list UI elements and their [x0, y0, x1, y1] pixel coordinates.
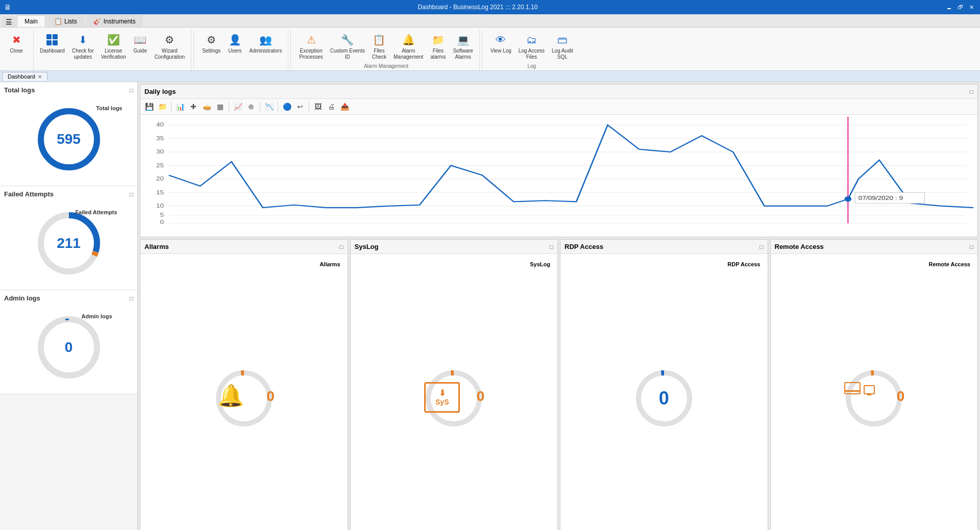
window-close-btn[interactable]: ✕: [967, 3, 976, 12]
chart-folder-btn[interactable]: 📁: [156, 100, 168, 113]
svg-text:40: 40: [156, 122, 164, 128]
close-button[interactable]: ✖ Close: [6, 31, 27, 56]
ribbon-tab-hamburger[interactable]: ☰: [2, 16, 16, 27]
software-alarms-button[interactable]: 💻 SoftwareAlarms: [450, 31, 476, 62]
wizard-icon: ⚙: [162, 33, 177, 47]
chart-circle-btn[interactable]: ⊕: [245, 100, 257, 113]
log-audit-icon: 🗃: [555, 33, 570, 47]
total-logs-minimize[interactable]: □: [130, 87, 133, 94]
dashboard-tab[interactable]: Dashboard ✕: [2, 72, 47, 81]
ribbon-group-log: 👁 View Log 🗂 Log AccessFiles 🗃 Log Audit…: [484, 30, 579, 70]
admin-logs-card: Admin logs □ 0 Admin logs: [0, 290, 137, 394]
failed-attempts-value: 211: [57, 235, 81, 251]
log-group-label: Log: [487, 62, 576, 70]
users-button[interactable]: 👤 Users: [225, 31, 245, 56]
alarms-label: Allarms: [320, 261, 340, 267]
chart-save-btn[interactable]: 💾: [143, 100, 155, 113]
syslog-body: SysLog ⬇ SyS 0: [351, 254, 558, 530]
syslog-header: SysLog □: [351, 240, 558, 254]
custom-events-button[interactable]: 🔧 Custom EventsID: [327, 31, 368, 62]
ribbon-tab-instruments[interactable]: 🎸 Instruments: [86, 15, 143, 27]
title-bar: 🖥 Dashboard - BusinessLog 2021 ::: 2.20.…: [0, 0, 980, 14]
rdp-value: 0: [659, 388, 669, 409]
maximize-btn[interactable]: 🗗: [955, 3, 965, 12]
chart-combo-btn[interactable]: 📉: [263, 100, 275, 113]
remote-minimize-btn[interactable]: □: [970, 243, 973, 250]
chart-cross-btn[interactable]: ✚: [187, 100, 200, 113]
rdp-access-card: RDP Access □ RDP Access 0: [560, 239, 768, 530]
chart-bar2-btn[interactable]: ▦: [214, 100, 226, 113]
rdp-label: RDP Access: [727, 261, 760, 267]
alarms-value: 0: [266, 388, 275, 405]
syslog-title: SysLog: [355, 243, 379, 250]
guide-icon: 📖: [133, 33, 148, 47]
chart-compass-btn[interactable]: 🔵: [281, 100, 293, 113]
wizard-configuration-button[interactable]: ⚙ WizardConfiguration: [152, 31, 188, 62]
license-verification-button[interactable]: ✅ LicenseVerification: [98, 31, 129, 62]
dashboard-icon: [45, 33, 59, 47]
chart-pie-btn[interactable]: 🥧: [201, 100, 213, 113]
chart-image-btn[interactable]: 🖼: [312, 100, 324, 113]
failed-attempts-title: Failed Attempts: [4, 190, 54, 198]
minimize-btn[interactable]: 🗕: [944, 3, 953, 12]
total-logs-title: Total logs: [4, 86, 35, 94]
svg-text:5: 5: [160, 212, 164, 218]
ribbon-tab-main[interactable]: Main: [17, 15, 45, 27]
ribbon-group-settings: ⚙ Settings 👤 Users 👥 Administrators: [196, 30, 288, 70]
chart-bar-btn[interactable]: 📊: [174, 100, 186, 113]
rdp-minimize-btn[interactable]: □: [760, 243, 763, 250]
remote-title: Remote Access: [775, 243, 824, 250]
total-logs-label: Total logs: [96, 105, 122, 111]
svg-rect-0: [46, 34, 52, 39]
files-alarms-icon: 📁: [431, 33, 445, 47]
total-logs-card: Total logs □ 595 Total logs: [0, 82, 137, 186]
check-updates-button[interactable]: ⬇ Check forupdates: [69, 31, 97, 62]
exception-processes-button[interactable]: ⚠ ExceptionProcesses: [296, 31, 326, 62]
alarms-minimize-btn[interactable]: □: [339, 243, 343, 250]
admin-logs-value: 0: [65, 339, 73, 356]
syslog-minimize-btn[interactable]: □: [550, 243, 553, 250]
alarm-management-button[interactable]: 🔔 AlarmManagement: [390, 31, 426, 62]
log-audit-sql-button[interactable]: 🗃 Log AuditSQL: [549, 31, 576, 62]
files-check-button[interactable]: 📋 FilesCheck: [369, 31, 389, 62]
svg-text:20: 20: [156, 176, 164, 182]
tab-bar: Dashboard ✕: [0, 71, 980, 82]
admin-logs-minimize[interactable]: □: [130, 295, 133, 302]
chart-rotate-btn[interactable]: ↩: [294, 100, 306, 113]
alarms-title: Allarms: [144, 243, 169, 250]
daily-logs-section: Daily logs □ 💾 📁 📊 ✚ 🥧 ▦ 📈 ⊕ 📉 🔵 ↩: [140, 84, 978, 237]
view-log-button[interactable]: 👁 View Log: [487, 31, 514, 56]
administrators-icon: 👥: [258, 33, 273, 47]
total-logs-value: 595: [57, 131, 81, 147]
check-updates-icon: ⬇: [76, 33, 90, 47]
files-alarms-button[interactable]: 📁 Filesalarms: [427, 31, 449, 62]
admin-logs-title: Admin logs: [4, 294, 40, 302]
syslog-value: 0: [477, 388, 485, 405]
chart-toolbar: 💾 📁 📊 ✚ 🥧 ▦ 📈 ⊕ 📉 🔵 ↩ 🖼 🖨 📤: [140, 99, 977, 115]
chart-line-btn[interactable]: 📈: [232, 100, 244, 113]
chart-print-btn[interactable]: 🖨: [325, 100, 337, 113]
syslog-icon: ⬇ SyS: [424, 382, 460, 413]
alarms-header: Allarms □: [140, 240, 348, 254]
dashboard-button[interactable]: Dashboard: [37, 31, 68, 56]
main-layout: Total logs □ 595 Total logs: [0, 82, 980, 530]
rdp-header: RDP Access □: [560, 240, 768, 254]
ribbon-tab-lists[interactable]: 📋 Lists: [46, 15, 85, 27]
guide-button[interactable]: 📖 Guide: [130, 31, 151, 56]
ribbon-group-nav: Dashboard ⬇ Check forupdates ✅ LicenseVe…: [34, 30, 191, 70]
chart-export-btn[interactable]: 📤: [338, 100, 351, 113]
ribbon-content: ✖ Close Dashboard ⬇ Check forupdates: [0, 28, 980, 70]
alarms-body: Allarms 🔔 0: [140, 254, 348, 530]
syslog-label: SysLog: [530, 261, 550, 267]
exception-icon: ⚠: [304, 33, 318, 47]
failed-attempts-minimize[interactable]: □: [130, 191, 133, 198]
log-access-files-button[interactable]: 🗂 Log AccessFiles: [516, 31, 548, 62]
settings-button[interactable]: ⚙ Settings: [199, 31, 224, 56]
administrators-button[interactable]: 👥 Administrators: [246, 31, 285, 56]
tab-close-btn[interactable]: ✕: [38, 74, 42, 80]
app-icon: 🖥: [4, 3, 11, 11]
daily-logs-minimize-btn[interactable]: □: [970, 88, 973, 95]
remote-body: Remote Access: [771, 254, 978, 530]
files-check-icon: 📋: [372, 33, 386, 47]
svg-rect-1: [53, 34, 58, 39]
